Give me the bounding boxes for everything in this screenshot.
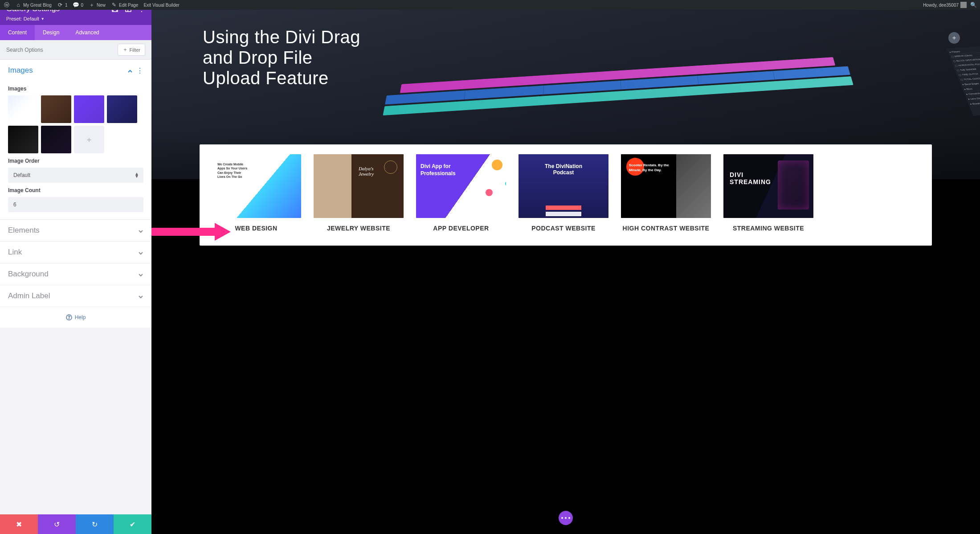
section-elements-header[interactable]: Elements: [0, 220, 151, 241]
chevron-down-icon: [138, 293, 143, 299]
image-count-input[interactable]: [8, 197, 143, 212]
section-images: Images ⋮ Images ＋ Image Order: [0, 60, 151, 220]
select-carets-icon: ▲▼: [135, 173, 139, 178]
section-background: Background: [0, 263, 151, 285]
image-count-label: Image Count: [8, 187, 143, 193]
image-grid: ＋: [8, 95, 143, 153]
section-admin-label-header[interactable]: Admin Label: [0, 285, 151, 307]
filter-button[interactable]: ＋Filter: [118, 44, 145, 56]
exit-visual-builder[interactable]: Exit Visual Builder: [143, 3, 179, 8]
section-link-header[interactable]: Link: [0, 242, 151, 263]
chevron-up-icon: [127, 68, 133, 73]
section-admin-label: Admin Label: [0, 285, 151, 307]
section-more-icon[interactable]: ⋮: [136, 66, 143, 75]
wp-logo[interactable]: ⓦ: [4, 2, 10, 8]
image-order-label: Image Order: [8, 158, 143, 164]
section-images-header[interactable]: Images ⋮: [0, 60, 151, 81]
chevron-down-icon: ▼: [41, 17, 45, 21]
section-elements: Elements: [0, 220, 151, 242]
search-filter-row: ＋Filter: [0, 40, 151, 60]
gallery-item[interactable]: We Create Mobile Apps So Your Users Can …: [211, 154, 301, 232]
tab-advanced[interactable]: Advanced: [67, 25, 107, 40]
chevron-down-icon: [138, 250, 143, 255]
settings-tabs: Content Design Advanced: [0, 25, 151, 40]
gallery-image: Divi App for Professionals: [416, 154, 506, 218]
help-icon: [66, 314, 72, 320]
gallery-thumb[interactable]: [8, 126, 38, 153]
chevron-down-icon: [138, 271, 143, 277]
search-input[interactable]: [6, 47, 118, 53]
gallery-item[interactable]: Dalya's Jewelry JEWELRY WEBSITE: [314, 154, 404, 232]
edit-page-link[interactable]: ✎Edit Page: [111, 2, 138, 8]
wp-admin-bar: ⓦ ⌂My Great Blog ⟳1 💬0 ＋New ✎Edit Page E…: [0, 0, 664, 10]
images-field-label: Images: [8, 86, 143, 92]
tab-design[interactable]: Design: [35, 25, 67, 40]
gallery-item[interactable]: Divi App for Professionals APP DEVELOPER: [416, 154, 506, 232]
gallery-thumb[interactable]: [8, 95, 38, 123]
gallery-item-label: PODCAST WEBSITE: [519, 224, 608, 232]
gallery-module: We Create Mobile Apps So Your Users Can …: [200, 144, 664, 246]
image-order-select[interactable]: Default: [8, 168, 143, 183]
gallery-item-label: APP DEVELOPER: [416, 224, 506, 232]
gallery-thumb[interactable]: [74, 95, 104, 123]
gallery-item-label: HIGH CONTRAST WEBSITE: [621, 224, 664, 232]
preset-selector[interactable]: Preset: Default ▼: [6, 16, 145, 21]
svg-point-3: [113, 11, 114, 11]
section-link: Link: [0, 242, 151, 263]
site-link[interactable]: ⌂My Great Blog: [15, 2, 52, 8]
add-image-button[interactable]: ＋: [74, 126, 104, 153]
gallery-thumb[interactable]: [41, 95, 71, 123]
gallery-image: Scooter Rentals. By the Minute, By the D…: [621, 154, 664, 218]
gallery-item-label: WEB DESIGN: [211, 224, 301, 232]
svg-point-8: [69, 318, 69, 319]
svg-point-4: [117, 11, 117, 11]
gallery-thumb[interactable]: [107, 95, 137, 123]
gallery-item[interactable]: The DiviNation Podcast PODCAST WEBSITE: [519, 154, 608, 232]
gallery-image: We Create Mobile Apps So Your Users Can …: [211, 154, 301, 218]
settings-panel: Gallery Settings ⋮ Preset: Default ▼ Con…: [0, 0, 151, 362]
hero-title: Using the Divi Drag and Drop File Upload…: [203, 27, 360, 88]
gallery-image: The DiviNation Podcast: [519, 154, 608, 218]
panel-body: Images ⋮ Images ＋ Image Order: [0, 60, 151, 362]
comments-link[interactable]: 💬0: [73, 2, 83, 8]
updates-link[interactable]: ⟳1: [57, 2, 68, 8]
chevron-down-icon: [138, 228, 143, 233]
tab-content[interactable]: Content: [0, 25, 35, 40]
section-background-header[interactable]: Background: [0, 263, 151, 285]
new-link[interactable]: ＋New: [89, 2, 106, 8]
gallery-item[interactable]: Scooter Rentals. By the Minute, By the D…: [621, 154, 664, 232]
gallery-image: Dalya's Jewelry: [314, 154, 404, 218]
help-link[interactable]: Help: [0, 307, 151, 328]
gallery-item-label: JEWELRY WEBSITE: [314, 224, 404, 232]
page-preview: Using the Divi Drag and Drop File Upload…: [151, 10, 664, 362]
gallery-thumb[interactable]: [41, 126, 71, 153]
